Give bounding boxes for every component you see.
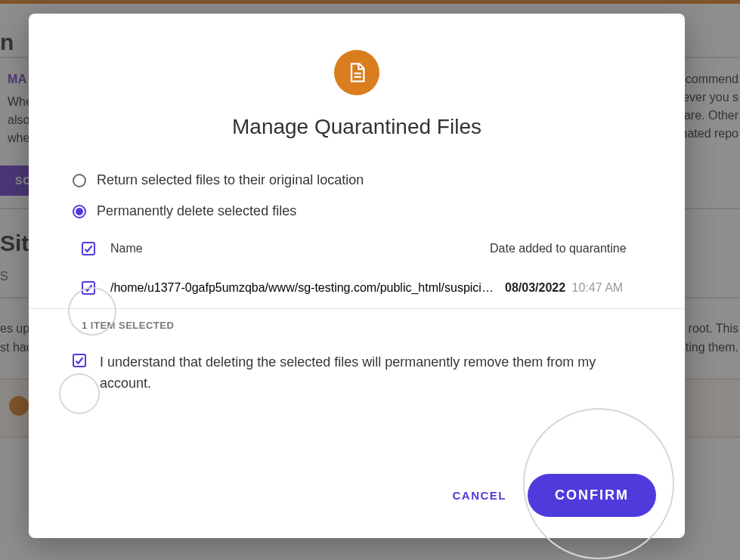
manage-quarantine-modal: Manage Quarantined Files Return selected… (29, 14, 685, 538)
document-icon (334, 50, 379, 95)
modal-title: Manage Quarantined Files (232, 115, 481, 139)
option-permanently-delete[interactable]: Permanently delete selected files (73, 203, 641, 219)
file-path: /home/u1377-0gafp5umzqba/www/sg-testing.… (110, 281, 505, 295)
select-all-checkbox[interactable] (82, 242, 95, 255)
cancel-button[interactable]: CANCEL (453, 489, 507, 502)
option-delete-label: Permanently delete selected files (97, 203, 296, 219)
files-table: Name Date added to quarantine /home/u137… (29, 242, 685, 308)
file-time-value: 10:47 AM (572, 281, 624, 294)
confirm-button[interactable]: CONFIRM (528, 474, 656, 517)
modal-footer: CANCEL CONFIRM (29, 456, 685, 538)
col-header-name: Name (110, 242, 490, 255)
modal-header: Manage Quarantined Files (29, 14, 685, 148)
radio-icon (73, 174, 86, 187)
option-return-files[interactable]: Return selected files to their original … (73, 172, 641, 188)
file-date-value: 08/03/2022 (505, 281, 565, 294)
option-return-label: Return selected files to their original … (97, 172, 364, 188)
table-row: /home/u1377-0gafp5umzqba/www/sg-testing.… (73, 268, 641, 308)
acknowledge-text: I understand that deleting the selected … (100, 352, 599, 394)
col-header-date: Date added to quarantine (490, 242, 641, 255)
table-header-row: Name Date added to quarantine (73, 242, 641, 268)
acknowledge-checkbox[interactable] (73, 354, 86, 367)
selected-count: 1 ITEM SELECTED (29, 309, 685, 331)
acknowledgement-row: I understand that deleting the selected … (29, 331, 685, 394)
row-checkbox[interactable] (82, 281, 95, 295)
action-options: Return selected files to their original … (29, 148, 685, 227)
file-date: 08/03/2022 10:47 AM (505, 281, 641, 295)
radio-icon-selected (73, 205, 86, 218)
